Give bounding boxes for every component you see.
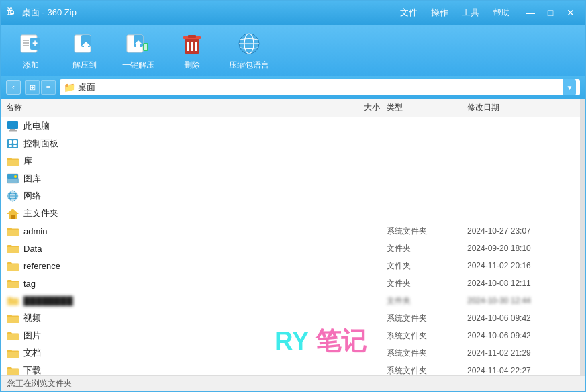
- extract-to-button[interactable]: 解压到: [68, 30, 101, 71]
- file-row[interactable]: 网络: [1, 187, 580, 205]
- menu-tools[interactable]: 工具: [462, 7, 479, 19]
- svg-rect-27: [7, 121, 18, 129]
- col-date-header: 修改日期: [467, 102, 575, 113]
- minimize-button[interactable]: —: [521, 5, 540, 21]
- svg-rect-30: [7, 139, 18, 148]
- file-list: 此电脑 控制面板 库 图库 网络: [1, 117, 580, 375]
- one-key-extract-label: 一键解压: [122, 60, 154, 71]
- file-name: 库: [23, 155, 333, 167]
- file-row[interactable]: 此电脑: [1, 117, 580, 135]
- file-name: 视频: [23, 312, 333, 324]
- file-date: 2024-10-27 23:07: [467, 226, 575, 236]
- svg-rect-20: [188, 35, 196, 38]
- one-key-extract-button[interactable]: 一键解压: [121, 30, 155, 71]
- file-name: 文档: [23, 347, 333, 359]
- address-input-wrap: 📁 ▼: [60, 79, 580, 95]
- svg-rect-31: [9, 140, 12, 144]
- toolbar: + 添加 解压到: [1, 25, 585, 76]
- file-icon: [6, 137, 19, 150]
- col-type-header: 类型: [387, 102, 467, 113]
- file-row[interactable]: reference 文件夹 2024-11-02 20:16: [1, 257, 580, 275]
- file-type: 系统文件夹: [387, 313, 467, 324]
- file-type: 文件夹: [387, 278, 467, 289]
- close-button[interactable]: ✕: [561, 5, 580, 21]
- compress-lang-label: 压缩包语言: [229, 60, 269, 71]
- file-name: 主文件夹: [23, 207, 333, 219]
- file-row[interactable]: 图库: [1, 170, 580, 187]
- svg-rect-33: [9, 145, 12, 147]
- file-row[interactable]: 视频 系统文件夹 2024-10-06 09:42: [1, 309, 580, 327]
- file-row[interactable]: 控制面板: [1, 135, 580, 152]
- file-date: 2024-10-06 09:42: [467, 331, 575, 340]
- file-row[interactable]: admin 系统文件夹 2024-10-27 23:07: [1, 222, 580, 240]
- extract-to-label: 解压到: [72, 60, 97, 71]
- file-row[interactable]: Data 文件夹 2024-09-20 18:10: [1, 240, 580, 257]
- address-bar: ‹ ⊞ ≡ 📁 ▼: [1, 76, 585, 99]
- title-bar: 🗜 桌面 - 360 Zip 文件 操作 工具 帮助 — □ ✕: [1, 1, 585, 25]
- back-button[interactable]: ‹: [6, 80, 21, 95]
- large-icon-view-button[interactable]: ⊞: [25, 80, 40, 95]
- file-name: 网络: [23, 190, 333, 202]
- address-dropdown-button[interactable]: ▼: [563, 79, 576, 95]
- menu-help[interactable]: 帮助: [493, 7, 510, 19]
- file-type: 系统文件夹: [387, 226, 467, 237]
- extract-to-icon: [71, 30, 98, 57]
- col-size-header: 大小: [333, 102, 387, 113]
- file-row[interactable]: 文档 系统文件夹 2024-11-02 21:29: [1, 344, 580, 362]
- list-view-button[interactable]: ≡: [41, 80, 56, 95]
- file-name: admin: [23, 226, 333, 236]
- file-name: reference: [23, 261, 333, 271]
- add-button[interactable]: + 添加: [14, 30, 48, 71]
- file-icon: [6, 364, 19, 375]
- file-icon: [6, 294, 19, 307]
- one-key-extract-icon: [125, 30, 152, 57]
- file-name: ████████: [23, 296, 333, 306]
- file-type: 文件夹: [387, 243, 467, 254]
- address-folder-icon: 📁: [64, 82, 75, 93]
- file-icon: [6, 154, 19, 168]
- file-icon: [6, 207, 19, 220]
- file-row[interactable]: 主文件夹: [1, 205, 580, 222]
- maximize-button[interactable]: □: [541, 5, 560, 21]
- status-text: 您正在浏览文件夹: [7, 378, 72, 389]
- delete-button[interactable]: 删除: [175, 30, 209, 71]
- svg-rect-28: [10, 129, 15, 130]
- file-icon: [6, 189, 19, 203]
- file-row[interactable]: ████████ 文件夹 2024-10-30 12:44: [1, 292, 580, 309]
- file-icon: [6, 329, 19, 342]
- menu-operate[interactable]: 操作: [431, 7, 448, 19]
- file-row[interactable]: 图片 系统文件夹 2024-10-06 09:42: [1, 327, 580, 344]
- column-header: 名称 大小 类型 修改日期: [1, 99, 580, 117]
- compress-lang-icon: [236, 30, 262, 57]
- file-icon: [6, 119, 19, 133]
- window-controls: — □ ✕: [521, 5, 580, 21]
- add-icon: +: [17, 30, 44, 57]
- svg-text:+: +: [32, 38, 38, 48]
- file-type: 系统文件夹: [387, 365, 467, 376]
- svg-rect-13: [136, 44, 140, 47]
- file-icon: [6, 311, 19, 325]
- file-row[interactable]: tag 文件夹 2024-10-08 12:11: [1, 275, 580, 292]
- file-row[interactable]: 下载 系统文件夹 2024-11-04 22:27: [1, 362, 580, 375]
- view-buttons: ⊞ ≡: [25, 80, 56, 95]
- file-area: 名称 大小 类型 修改日期 此电脑 控制面板 库: [1, 99, 585, 375]
- svg-rect-43: [11, 215, 15, 219]
- window-title: 桌面 - 360 Zip: [22, 7, 400, 19]
- file-date: 2024-11-04 22:27: [467, 366, 575, 375]
- file-name: 此电脑: [23, 120, 333, 132]
- scrollbar[interactable]: [580, 99, 585, 375]
- compress-lang-button[interactable]: 压缩包语言: [229, 30, 269, 71]
- svg-rect-34: [13, 145, 17, 147]
- delete-label: 删除: [184, 60, 200, 71]
- svg-rect-32: [13, 140, 17, 144]
- file-row[interactable]: 库: [1, 152, 580, 170]
- file-date: 2024-09-20 18:10: [467, 244, 575, 253]
- file-name: 下载: [23, 364, 333, 375]
- file-date: 2024-10-30 12:44: [467, 296, 575, 305]
- main-window: 🗜 桌面 - 360 Zip 文件 操作 工具 帮助 — □ ✕ +: [0, 0, 586, 392]
- status-bar: 您正在浏览文件夹: [1, 375, 585, 391]
- menu-file[interactable]: 文件: [400, 7, 418, 19]
- svg-point-38: [14, 175, 17, 178]
- file-icon: [6, 242, 19, 255]
- address-input[interactable]: [78, 83, 560, 93]
